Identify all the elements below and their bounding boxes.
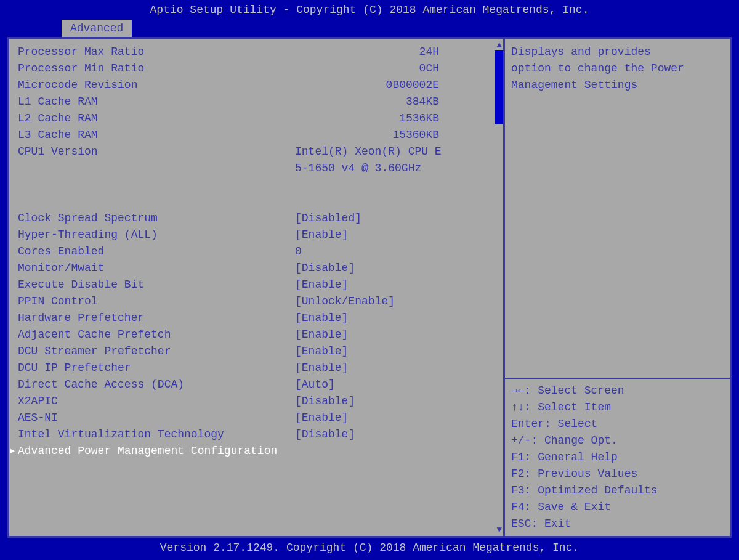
- setting-value: [Disable]: [295, 426, 495, 443]
- hint-f2: F2: Previous Values: [511, 466, 724, 482]
- main-area: Processor Max Ratio 24H Processor Min Ra…: [7, 37, 732, 538]
- info-row: Processor Min Ratio 0CH: [18, 60, 495, 77]
- config-row[interactable]: Execute Disable Bit [Enable]: [18, 277, 495, 293]
- hint-esc: ESC: Exit: [511, 516, 724, 532]
- setting-label: PPIN Control: [18, 293, 295, 310]
- info-row: L3 Cache RAM 15360KB: [18, 127, 495, 144]
- setting-value: 15360KB: [295, 127, 495, 144]
- info-row: Microcode Revision 0B00002E: [18, 77, 495, 94]
- config-row[interactable]: Adjacent Cache Prefetch [Enable]: [18, 327, 495, 343]
- setting-value: [Disabled]: [295, 210, 495, 227]
- setting-label: [18, 160, 295, 177]
- setting-value: [Disable]: [295, 260, 495, 277]
- key-hints: →←: Select Screen ↑↓: Select Item Enter:…: [505, 379, 730, 536]
- config-row[interactable]: AES-NI [Enable]: [18, 410, 495, 426]
- config-row[interactable]: X2APIC [Disable]: [18, 393, 495, 410]
- setting-label: Cores Enabled: [18, 243, 295, 260]
- hint-enter: Enter: Select: [511, 416, 724, 432]
- info-row: Processor Max Ratio 24H: [18, 44, 495, 60]
- setting-value: [Enable]: [295, 343, 495, 360]
- setting-value: [Enable]: [295, 227, 495, 243]
- config-row[interactable]: Monitor/Mwait [Disable]: [18, 260, 495, 277]
- scroll-up-icon[interactable]: ▲: [497, 40, 502, 50]
- scroll-thumb[interactable]: [495, 50, 503, 124]
- config-row[interactable]: Intel Virtualization Technology [Disable…: [18, 426, 495, 443]
- setting-value: [Enable]: [295, 310, 495, 327]
- tab-row: Advanced: [0, 20, 739, 37]
- setting-label: Processor Min Ratio: [18, 60, 295, 77]
- setting-value: 0B00002E: [295, 77, 495, 94]
- setting-label: Execute Disable Bit: [18, 277, 295, 293]
- setting-label: DCU Streamer Prefetcher: [18, 343, 295, 360]
- setting-label: DCU IP Prefetcher: [18, 360, 295, 376]
- info-row: L2 Cache RAM 1536KB: [18, 110, 495, 127]
- setting-label: Monitor/Mwait: [18, 260, 295, 277]
- setting-value: [Auto]: [295, 376, 495, 393]
- hint-f3: F3: Optimized Defaults: [511, 482, 724, 499]
- setting-value: 1536KB: [295, 110, 495, 127]
- info-row: L1 Cache RAM 384KB: [18, 94, 495, 110]
- setting-label: X2APIC: [18, 393, 295, 410]
- selected-label: Advanced Power Management Configuration: [18, 443, 277, 460]
- title-bar: Aptio Setup Utility - Copyright (C) 2018…: [0, 0, 739, 20]
- setting-value: [Enable]: [295, 277, 495, 293]
- setting-value: 0: [295, 243, 495, 260]
- setting-label: Adjacent Cache Prefetch: [18, 327, 295, 343]
- setting-value: [Enable]: [295, 410, 495, 426]
- hint-select-item: ↑↓: Select Item: [511, 399, 724, 416]
- setting-label: CPU1 Version: [18, 144, 295, 160]
- setting-label: L3 Cache RAM: [18, 127, 295, 144]
- setting-label: Hyper-Threading (ALL): [18, 227, 295, 243]
- config-row[interactable]: Hyper-Threading (ALL) [Enable]: [18, 227, 495, 243]
- setting-value: 384KB: [295, 94, 495, 110]
- selected-submenu[interactable]: ▸ Advanced Power Management Configuratio…: [9, 443, 495, 460]
- footer-bar: Version 2.17.1249. Copyright (C) 2018 Am…: [0, 538, 739, 560]
- setting-value: [Disable]: [295, 393, 495, 410]
- setting-value: [Enable]: [295, 327, 495, 343]
- hint-select-screen: →←: Select Screen: [511, 383, 724, 399]
- bios-window: Aptio Setup Utility - Copyright (C) 2018…: [0, 0, 739, 560]
- hint-change-opt: +/-: Change Opt.: [511, 432, 724, 449]
- blank-row: [18, 193, 495, 210]
- config-row[interactable]: Clock Spread Spectrum [Disabled]: [18, 210, 495, 227]
- config-row[interactable]: Cores Enabled 0: [18, 243, 495, 260]
- setting-value: [Enable]: [295, 360, 495, 376]
- hint-f4: F4: Save & Exit: [511, 499, 724, 516]
- setting-label: Processor Max Ratio: [18, 44, 295, 60]
- setting-value: [Unlock/Enable]: [295, 293, 495, 310]
- setting-value: 0CH: [295, 60, 495, 77]
- hint-f1: F1: General Help: [511, 449, 724, 466]
- setting-value: 5-1650 v4 @ 3.60GHz: [295, 160, 495, 177]
- setting-value: Intel(R) Xeon(R) CPU E: [295, 144, 495, 160]
- setting-label: Intel Virtualization Technology: [18, 426, 295, 443]
- config-row[interactable]: DCU IP Prefetcher [Enable]: [18, 360, 495, 376]
- setting-label: Hardware Prefetcher: [18, 310, 295, 327]
- help-text: Displays and provides option to change t…: [505, 39, 730, 99]
- info-row: CPU1 Version Intel(R) Xeon(R) CPU E: [18, 144, 495, 160]
- setting-label: Direct Cache Access (DCA): [18, 376, 295, 393]
- help-panel: Displays and provides option to change t…: [503, 39, 730, 536]
- utility-title: Aptio Setup Utility - Copyright (C) 2018…: [150, 4, 589, 16]
- tab-advanced[interactable]: Advanced: [62, 20, 132, 37]
- setting-label: L1 Cache RAM: [18, 94, 295, 110]
- version-text: Version 2.17.1249. Copyright (C) 2018 Am…: [160, 542, 579, 554]
- help-line: Management Settings: [511, 77, 724, 94]
- setting-label: L2 Cache RAM: [18, 110, 295, 127]
- blank-row: [18, 177, 495, 193]
- submenu-arrow-icon: ▸: [9, 443, 18, 460]
- setting-label: AES-NI: [18, 410, 295, 426]
- spacer: [505, 99, 730, 378]
- setting-label: Clock Spread Spectrum: [18, 210, 295, 227]
- config-row[interactable]: PPIN Control [Unlock/Enable]: [18, 293, 495, 310]
- help-line: option to change the Power: [511, 60, 724, 77]
- setting-value: 24H: [295, 44, 495, 60]
- help-line: Displays and provides: [511, 44, 724, 60]
- config-row[interactable]: Hardware Prefetcher [Enable]: [18, 310, 495, 327]
- info-row: 5-1650 v4 @ 3.60GHz: [18, 160, 495, 177]
- settings-panel: Processor Max Ratio 24H Processor Min Ra…: [9, 39, 503, 536]
- config-row[interactable]: Direct Cache Access (DCA) [Auto]: [18, 376, 495, 393]
- setting-label: Microcode Revision: [18, 77, 295, 94]
- config-row[interactable]: DCU Streamer Prefetcher [Enable]: [18, 343, 495, 360]
- scroll-down-icon[interactable]: ▼: [497, 525, 502, 535]
- scrollbar[interactable]: ▲ ▼: [495, 39, 503, 536]
